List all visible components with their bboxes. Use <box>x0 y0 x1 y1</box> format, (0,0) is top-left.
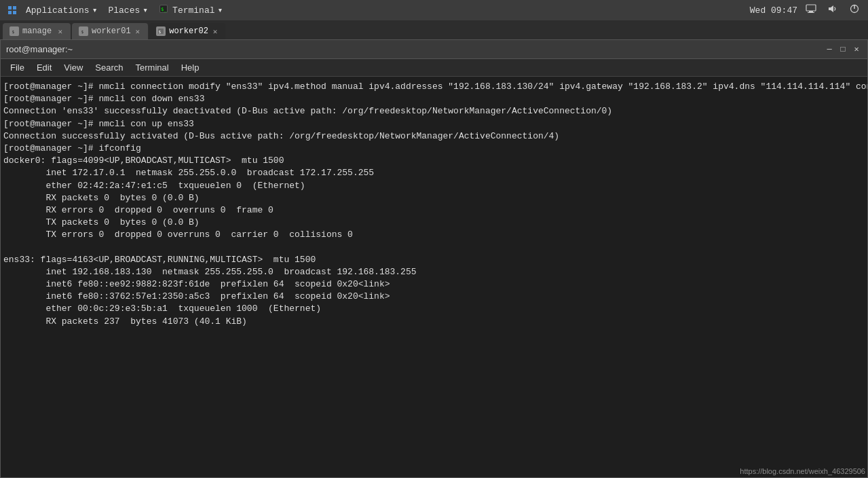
svg-rect-1 <box>13 6 16 10</box>
tab-worker02-label: worker02 <box>169 26 208 36</box>
tab-worker01-icon: $ <box>79 26 88 36</box>
tab-worker01-close[interactable]: ✕ <box>134 27 142 36</box>
svg-text:$: $ <box>81 29 84 34</box>
svg-rect-7 <box>806 5 816 11</box>
system-icon <box>5 3 19 17</box>
terminal-window: root@manager:~ ─ □ ✕ File Edit View Sear… <box>0 39 868 478</box>
places-label: Places <box>108 5 140 16</box>
system-time: Wed 09:47 <box>750 5 797 16</box>
applications-menu[interactable]: Applications ▾ <box>22 3 101 17</box>
power-icon[interactable] <box>846 2 863 18</box>
svg-rect-3 <box>13 11 16 14</box>
menu-help[interactable]: Help <box>176 61 205 74</box>
tab-worker02-icon: $ <box>156 26 166 36</box>
menu-terminal[interactable]: Terminal <box>130 61 174 74</box>
tab-worker02[interactable]: $ worker02 ✕ <box>149 23 225 39</box>
window-title: root@manager:~ <box>6 44 73 54</box>
svg-marker-10 <box>829 5 833 12</box>
tab-bar: $ manage ✕ $ worker01 ✕ $ worker02 ✕ <box>0 20 868 39</box>
svg-text:$: $ <box>12 29 15 34</box>
tab-manage-close[interactable]: ✕ <box>56 27 64 36</box>
window-minimize[interactable]: ─ <box>824 44 835 55</box>
svg-text:$: $ <box>159 29 162 34</box>
system-bar: Applications ▾ Places ▾ $_ Terminal ▾ We… <box>0 0 868 20</box>
terminal-content[interactable]: [root@manager ~]# nmcli connection modif… <box>1 77 867 477</box>
places-chevron: ▾ <box>143 5 148 16</box>
terminal-chevron: ▾ <box>218 5 223 16</box>
svg-rect-9 <box>808 12 814 13</box>
display-icon[interactable] <box>803 2 819 18</box>
tab-manage-icon: $ <box>10 26 19 36</box>
svg-text:$_: $_ <box>161 7 167 12</box>
svg-rect-0 <box>8 6 12 10</box>
places-menu[interactable]: Places ▾ <box>104 3 152 17</box>
system-bar-right: Wed 09:47 <box>750 2 863 18</box>
menu-bar: File Edit View Search Terminal Help <box>1 59 867 77</box>
menu-view[interactable]: View <box>58 61 88 74</box>
svg-rect-2 <box>8 11 12 14</box>
tab-worker01-label: worker01 <box>92 26 131 36</box>
menu-file[interactable]: File <box>5 61 30 74</box>
tab-worker01[interactable]: $ worker01 ✕ <box>72 23 148 39</box>
tab-manage[interactable]: $ manage ✕ <box>3 23 71 39</box>
terminal-menu[interactable]: $_ Terminal ▾ <box>155 3 227 18</box>
applications-chevron: ▾ <box>92 5 98 16</box>
tab-manage-label: manage <box>22 26 52 36</box>
svg-rect-8 <box>809 11 813 12</box>
tab-worker02-close[interactable]: ✕ <box>212 27 219 36</box>
applications-label: Applications <box>26 5 90 16</box>
window-maximize[interactable]: □ <box>837 44 848 55</box>
window-controls: ─ □ ✕ <box>824 44 862 55</box>
window-close[interactable]: ✕ <box>851 44 862 55</box>
window-titlebar: root@manager:~ ─ □ ✕ <box>1 40 867 59</box>
menu-edit[interactable]: Edit <box>31 61 57 74</box>
system-bar-left: Applications ▾ Places ▾ $_ Terminal ▾ <box>5 3 227 18</box>
menu-search[interactable]: Search <box>90 61 128 74</box>
watermark: https://blog.csdn.net/weixh_46329506 <box>740 467 865 475</box>
terminal-label: Terminal <box>172 5 214 16</box>
volume-icon[interactable] <box>825 2 841 18</box>
